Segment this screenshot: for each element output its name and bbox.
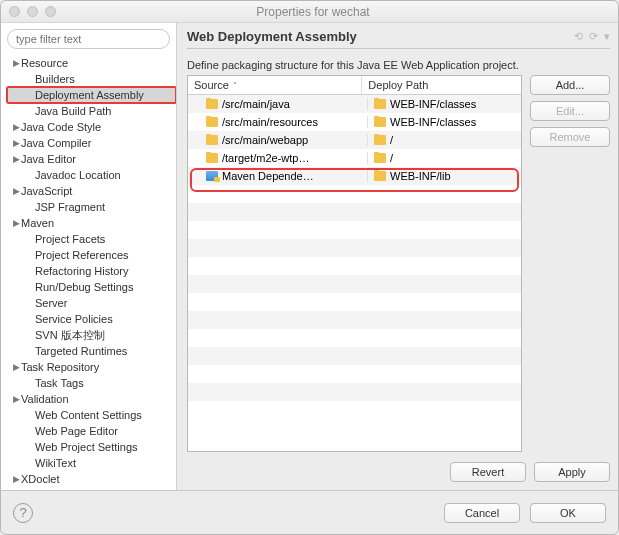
main-footer: Revert Apply [187, 452, 610, 482]
folder-icon [374, 99, 386, 109]
col-deploy[interactable]: Deploy Path [362, 76, 521, 94]
main-header: Web Deployment Assembly ⟲ ⟳ ▾ [187, 29, 610, 49]
revert-button[interactable]: Revert [450, 462, 526, 482]
tree-item-label: Task Tags [35, 377, 84, 389]
table-row[interactable]: /target/m2e-wtp…/ [188, 149, 521, 167]
table-body: /src/main/javaWEB-INF/classes/src/main/r… [188, 95, 521, 451]
tree-item-label: Builders [35, 73, 75, 85]
tree-item[interactable]: Refactoring History [7, 263, 176, 279]
twisty-icon[interactable]: ▶ [11, 138, 21, 148]
filter-input[interactable] [7, 29, 170, 49]
tree-item-label: Project References [35, 249, 129, 261]
dialog-buttons: Cancel OK [444, 503, 606, 523]
deploy-path: / [390, 134, 393, 146]
table-row [188, 293, 521, 311]
table-row [188, 257, 521, 275]
tree-item[interactable]: Run/Debug Settings [7, 279, 176, 295]
tree-item[interactable]: Project Facets [7, 231, 176, 247]
tree-item-label: Refactoring History [35, 265, 129, 277]
tree-item[interactable]: Targeted Runtimes [7, 343, 176, 359]
source-path: /target/m2e-wtp… [222, 152, 309, 164]
description: Define packaging structure for this Java… [187, 59, 610, 71]
tree-item-label: Maven [21, 217, 54, 229]
window-title: Properties for wechat [16, 5, 610, 19]
twisty-icon[interactable]: ▶ [11, 474, 21, 484]
cancel-button[interactable]: Cancel [444, 503, 520, 523]
tree-item[interactable]: ▶Java Editor [7, 151, 176, 167]
tree-item[interactable]: ▶Validation [7, 391, 176, 407]
tree-item[interactable]: ▶XDoclet [7, 471, 176, 487]
twisty-icon[interactable]: ▶ [11, 362, 21, 372]
tree-item-label: Web Page Editor [35, 425, 118, 437]
properties-dialog: Properties for wechat ▶ResourceBuildersD… [0, 0, 619, 535]
tree-item[interactable]: Web Page Editor [7, 423, 176, 439]
tree-item[interactable]: Web Content Settings [7, 407, 176, 423]
twisty-icon[interactable]: ▶ [11, 122, 21, 132]
twisty-icon[interactable]: ▶ [11, 154, 21, 164]
tree-item-label: Task Repository [21, 361, 99, 373]
tree-item[interactable]: ▶Java Code Style [7, 119, 176, 135]
tree-item[interactable]: Project References [7, 247, 176, 263]
tree-item[interactable]: Web Project Settings [7, 439, 176, 455]
back-icon[interactable]: ⟲ [574, 30, 583, 43]
twisty-icon[interactable]: ▶ [11, 218, 21, 228]
tree-item-label: Deployment Assembly [35, 89, 144, 101]
tree-item-label: SVN 版本控制 [35, 328, 105, 343]
tree-item[interactable]: Server [7, 295, 176, 311]
table-row [188, 275, 521, 293]
tree-item[interactable]: ▶Maven [7, 215, 176, 231]
category-tree[interactable]: ▶ResourceBuildersDeployment AssemblyJava… [1, 55, 176, 490]
table-row[interactable]: /src/main/webapp/ [188, 131, 521, 149]
table-row [188, 239, 521, 257]
twisty-icon[interactable]: ▶ [11, 58, 21, 68]
table-row [188, 365, 521, 383]
tree-item[interactable]: Java Build Path [7, 103, 176, 119]
tree-item[interactable]: Javadoc Location [7, 167, 176, 183]
apply-button[interactable]: Apply [534, 462, 610, 482]
table-row[interactable]: /src/main/javaWEB-INF/classes [188, 95, 521, 113]
tree-item[interactable]: JSP Fragment [7, 199, 176, 215]
tree-item[interactable]: Task Tags [7, 375, 176, 391]
tree-item-label: JavaScript [21, 185, 72, 197]
tree-item-label: Java Build Path [35, 105, 111, 117]
help-icon[interactable]: ? [13, 503, 33, 523]
tree-item[interactable]: Service Policies [7, 311, 176, 327]
tree-item[interactable]: ▶JavaScript [7, 183, 176, 199]
page-title: Web Deployment Assembly [187, 29, 574, 44]
tree-item[interactable]: ▶Java Compiler [7, 135, 176, 151]
col-source-label: Source [194, 79, 229, 91]
col-deploy-label: Deploy Path [368, 79, 428, 91]
nav-icons: ⟲ ⟳ ▾ [574, 30, 610, 43]
table-row [188, 185, 521, 203]
source-path: /src/main/resources [222, 116, 318, 128]
folder-icon [374, 117, 386, 127]
folder-icon [374, 153, 386, 163]
menu-icon[interactable]: ▾ [604, 30, 610, 43]
table-row [188, 221, 521, 239]
source-path: Maven Depende… [222, 170, 314, 182]
tree-item[interactable]: Builders [7, 71, 176, 87]
tree-item[interactable]: SVN 版本控制 [7, 327, 176, 343]
tree-item[interactable]: Deployment Assembly [7, 87, 176, 103]
edit-button[interactable]: Edit... [530, 101, 610, 121]
forward-icon[interactable]: ⟳ [589, 30, 598, 43]
tree-item[interactable]: ▶Resource [7, 55, 176, 71]
folder-icon [206, 99, 218, 109]
remove-button[interactable]: Remove [530, 127, 610, 147]
tree-item[interactable]: ▶Task Repository [7, 359, 176, 375]
tree-item[interactable]: WikiText [7, 455, 176, 471]
folder-icon [206, 117, 218, 127]
ok-button[interactable]: OK [530, 503, 606, 523]
table-row[interactable]: /src/main/resourcesWEB-INF/classes [188, 113, 521, 131]
titlebar: Properties for wechat [1, 1, 618, 23]
assembly-table[interactable]: Source ˄ Deploy Path /src/main/javaWEB-I… [187, 75, 522, 452]
library-icon [206, 171, 218, 181]
tree-item-label: Javadoc Location [35, 169, 121, 181]
twisty-icon[interactable]: ▶ [11, 394, 21, 404]
table-row[interactable]: Maven Depende…WEB-INF/lib [188, 167, 521, 185]
col-source[interactable]: Source ˄ [188, 76, 362, 94]
twisty-icon[interactable]: ▶ [11, 186, 21, 196]
add-button[interactable]: Add... [530, 75, 610, 95]
tree-item-label: Web Content Settings [35, 409, 142, 421]
folder-icon [374, 135, 386, 145]
